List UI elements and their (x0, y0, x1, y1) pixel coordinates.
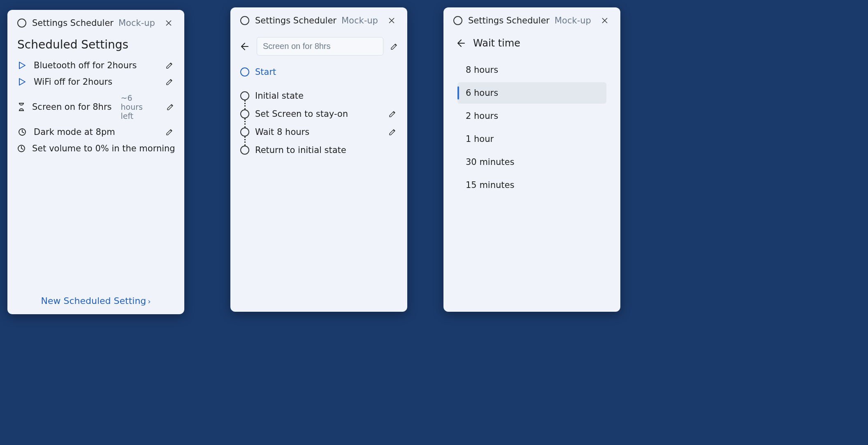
hourglass-icon (17, 102, 26, 111)
scheduled-item[interactable]: Dark mode at 8pm (17, 124, 174, 140)
wait-option-label: 2 hours (466, 111, 498, 121)
pencil-icon (390, 42, 398, 51)
close-icon (601, 17, 608, 24)
wait-option[interactable]: 30 minutes (457, 151, 606, 173)
clock-icon (17, 144, 26, 153)
titlebar: Settings Scheduler Mock-up (7, 10, 184, 36)
step-node-icon (240, 91, 249, 100)
edit-step-button[interactable] (388, 109, 397, 119)
scheduled-item-label: Set volume to 0% in the morning (32, 144, 175, 153)
wait-option[interactable]: 6 hours (457, 82, 606, 104)
app-icon (240, 16, 249, 25)
edit-item-button[interactable] (166, 102, 174, 112)
close-icon (388, 17, 395, 24)
edit-name-button[interactable] (389, 42, 399, 51)
app-subtitle: Mock-up (118, 18, 155, 28)
start-label: Start (255, 67, 276, 77)
scheduled-item[interactable]: Set volume to 0% in the morning (17, 140, 174, 157)
app-title: Settings Scheduler (32, 18, 114, 28)
step-node-icon (240, 127, 249, 137)
page-heading: Wait time (473, 37, 520, 49)
flow-step[interactable]: Wait 8 hours (240, 123, 397, 141)
scheduled-item-label: Dark mode at 8pm (34, 127, 115, 137)
app-title: Settings Scheduler (468, 16, 550, 25)
flow-step[interactable]: Set Screen to stay-on (240, 105, 397, 123)
flow-step-label: Return to initial state (255, 145, 346, 155)
chevron-right-icon: › (148, 297, 151, 306)
close-button[interactable] (161, 16, 176, 30)
scheduled-item-label: WiFi off for 2hours (34, 77, 112, 87)
step-node-icon (240, 146, 249, 155)
scheduled-item-meta: ~6 hours left (121, 93, 153, 121)
wait-option-label: 1 hour (466, 134, 494, 144)
scheduled-item-label: Screen on for 8hrs (32, 102, 112, 112)
flow-step-label: Set Screen to stay-on (255, 109, 348, 119)
wait-option[interactable]: 1 hour (457, 128, 606, 150)
flow-step-label: Initial state (255, 91, 304, 101)
arrow-left-icon (456, 38, 466, 48)
app-subtitle: Mock-up (555, 16, 591, 25)
edit-item-button[interactable] (165, 127, 174, 137)
play-icon (17, 61, 27, 70)
clock-icon (17, 128, 27, 136)
step-node-icon (240, 67, 249, 76)
new-scheduled-setting-label: New Scheduled Setting (41, 296, 146, 306)
back-button[interactable] (455, 37, 467, 49)
close-button[interactable] (384, 13, 399, 28)
step-node-icon (240, 109, 249, 118)
titlebar: Settings Scheduler Mock-up (230, 7, 407, 34)
edit-step-button[interactable] (388, 127, 397, 137)
scheduled-item[interactable]: WiFi off for 2hours (17, 74, 174, 90)
panel-scheduled-settings: Settings Scheduler Mock-up Scheduled Set… (7, 10, 184, 314)
titlebar: Settings Scheduler Mock-up (443, 7, 620, 34)
back-button[interactable] (239, 40, 251, 53)
scheduled-item[interactable]: Screen on for 8hrs~6 hours left (17, 90, 174, 124)
app-title: Settings Scheduler (255, 16, 337, 25)
arrow-left-icon (240, 42, 250, 51)
edit-item-button[interactable] (165, 60, 174, 70)
schedule-name-input[interactable] (257, 37, 383, 56)
wait-option[interactable]: 2 hours (457, 105, 606, 127)
wait-option[interactable]: 15 minutes (457, 174, 606, 196)
edit-item-button[interactable] (165, 77, 174, 87)
flow-step[interactable]: Return to initial state (240, 141, 397, 159)
wait-option-label: 8 hours (466, 65, 498, 75)
app-subtitle: Mock-up (341, 16, 378, 25)
scheduled-item-label: Bluetooth off for 2hours (34, 60, 137, 70)
close-icon (165, 20, 172, 26)
wait-option-label: 6 hours (466, 88, 498, 98)
wait-option-label: 30 minutes (466, 157, 514, 167)
flow-step[interactable]: Initial state (240, 87, 397, 105)
app-icon (17, 19, 26, 28)
wait-option[interactable]: 8 hours (457, 59, 606, 81)
page-heading: Scheduled Settings (17, 38, 174, 51)
play-icon (17, 77, 27, 86)
flow-step-label: Wait 8 hours (255, 127, 309, 137)
panel-wait-time: Settings Scheduler Mock-up Wait time 8 h… (443, 7, 620, 312)
app-icon (453, 16, 462, 25)
panel-edit-schedule: Settings Scheduler Mock-up Start Initial… (230, 7, 407, 312)
scheduled-item[interactable]: Bluetooth off for 2hours (17, 57, 174, 74)
close-button[interactable] (597, 13, 612, 28)
start-step[interactable]: Start (240, 63, 397, 81)
new-scheduled-setting-link[interactable]: New Scheduled Setting› (17, 288, 174, 314)
wait-option-label: 15 minutes (466, 180, 514, 190)
